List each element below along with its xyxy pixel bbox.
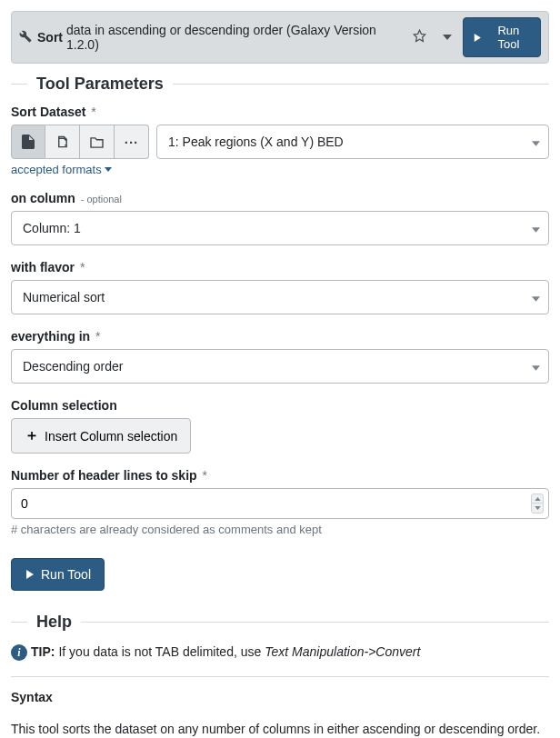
field-sort-dataset: Sort Dataset * ··· 1: Peak regions (X an… — [11, 105, 549, 176]
dataset-source-buttons: ··· — [11, 125, 149, 159]
help-title: Help — [36, 613, 72, 632]
accepted-text: accepted formats — [11, 163, 102, 176]
multi-file-button[interactable] — [45, 125, 80, 159]
on-column-label: on column — [11, 191, 75, 205]
field-header-lines: Number of header lines to skip * # chara… — [11, 468, 549, 536]
spinner-down-icon[interactable] — [532, 504, 543, 513]
insert-label: Insert Column selection — [45, 429, 177, 444]
on-column-select[interactable]: Column: 1 — [11, 211, 549, 245]
help-section-header: Help — [11, 613, 549, 632]
chevron-down-icon — [105, 167, 112, 172]
more-options-button[interactable]: ··· — [115, 125, 149, 159]
dropdown-icon[interactable] — [437, 26, 457, 48]
with-flavor-label: with flavor — [11, 260, 75, 274]
wrench-icon — [19, 30, 32, 45]
single-file-button[interactable] — [11, 125, 45, 159]
plus-icon: ＋ — [25, 426, 39, 445]
with-flavor-value: Numerical sort — [11, 280, 549, 314]
tip-italic: Text Manipulation->Convert — [265, 643, 420, 662]
folder-icon — [90, 136, 104, 148]
tool-header: Sort data in ascending or descending ord… — [11, 11, 549, 64]
tip-text: If you data is not TAB delimited, use — [58, 643, 261, 662]
tool-title: Sort — [37, 30, 63, 45]
file-icon — [22, 135, 35, 149]
everything-in-select[interactable]: Descending order — [11, 349, 549, 384]
everything-in-value: Descending order — [11, 349, 549, 384]
field-everything-in: everything in * Descending order — [11, 329, 549, 384]
folder-button[interactable] — [80, 125, 115, 159]
ellipsis-icon: ··· — [125, 135, 139, 150]
tip-label: TIP: — [31, 643, 55, 662]
tool-description: data in ascending or descending order (G… — [66, 23, 407, 52]
divider — [11, 676, 549, 677]
run-tool-button[interactable]: Run Tool — [11, 558, 105, 591]
run-label: Run Tool — [41, 567, 91, 582]
header-lines-input[interactable] — [11, 488, 549, 519]
header-lines-label: Number of header lines to skip — [11, 468, 197, 483]
on-column-value: Column: 1 — [11, 211, 549, 245]
tool-name: Sort — [37, 30, 63, 45]
required-mark: * — [95, 329, 100, 344]
dataset-row: ··· 1: Peak regions (X and Y) BED — [11, 125, 549, 159]
with-flavor-select[interactable]: Numerical sort — [11, 280, 549, 314]
field-with-flavor: with flavor * Numerical sort — [11, 260, 549, 314]
everything-in-label: everything in — [11, 329, 90, 344]
syntax-paragraph: This tool sorts the dataset on any numbe… — [11, 720, 549, 738]
syntax-heading: Syntax — [11, 688, 549, 707]
dataset-select-value: 1: Peak regions (X and Y) BED — [156, 125, 549, 159]
number-spinner[interactable] — [531, 494, 544, 514]
required-mark: * — [203, 468, 207, 483]
required-mark: * — [80, 260, 85, 274]
spinner-up-icon[interactable] — [532, 494, 543, 504]
header-lines-hint: # characters are already considered as c… — [11, 523, 549, 536]
info-icon: i — [11, 644, 27, 661]
accepted-formats-link[interactable]: accepted formats — [11, 163, 112, 176]
files-icon — [55, 135, 69, 149]
column-selection-label: Column selection — [11, 398, 549, 413]
run-tool-button-header[interactable]: Run Tool — [463, 17, 541, 57]
header-actions: Run Tool — [407, 17, 541, 57]
optional-tag: - optional — [81, 194, 122, 204]
tip-line: i TIP: If you data is not TAB delimited,… — [11, 643, 549, 662]
help-body: i TIP: If you data is not TAB delimited,… — [0, 643, 560, 738]
header-lines-input-wrap — [11, 488, 549, 519]
insert-column-selection-button[interactable]: ＋ Insert Column selection — [11, 418, 191, 454]
required-mark: * — [91, 105, 95, 119]
form-body: Sort Dataset * ··· 1: Peak regions (X an… — [0, 105, 560, 591]
favorite-icon[interactable] — [407, 25, 432, 49]
play-icon — [473, 33, 483, 43]
params-section-header: Tool Parameters — [11, 75, 549, 94]
params-title: Tool Parameters — [36, 75, 164, 94]
run-label: Run Tool — [486, 24, 531, 51]
field-on-column: on column - optional Column: 1 — [11, 191, 549, 245]
play-icon — [25, 569, 35, 580]
sort-dataset-label: Sort Dataset — [11, 105, 85, 119]
dataset-select[interactable]: 1: Peak regions (X and Y) BED — [156, 125, 549, 159]
field-column-selection: Column selection ＋ Insert Column selecti… — [11, 398, 549, 454]
